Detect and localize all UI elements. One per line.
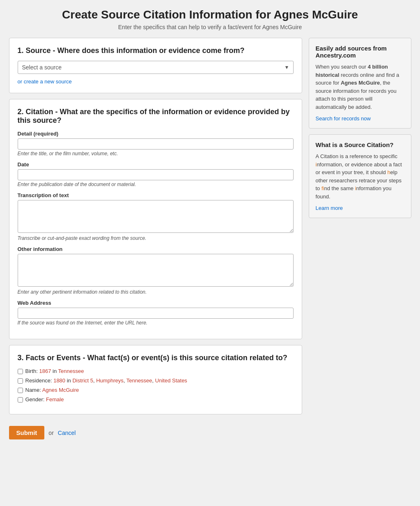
detail-input[interactable] — [18, 138, 294, 150]
other-hint: Enter any other pertinent information re… — [18, 289, 294, 295]
source-select-wrapper: Select a source ▼ — [18, 61, 294, 74]
web-hint: If the source was found on the Internet,… — [18, 320, 294, 326]
facts-section-heading: 3. Facts or Events - What fact(s) or eve… — [18, 354, 294, 362]
cancel-link[interactable]: Cancel — [58, 430, 76, 436]
detail-label: Detail (required) — [18, 131, 294, 137]
web-label: Web Address — [18, 300, 294, 306]
source-section-card: 1. Source - Where does this information … — [9, 38, 302, 93]
source-section-heading: 1. Source - Where does this information … — [18, 46, 294, 55]
page-title: Create Source Citation Information for A… — [8, 8, 412, 21]
transcription-field-group: Transcription of text Transcribe or cut-… — [18, 192, 294, 241]
ancestry-card-title: Easily add sources from Ancestry.com — [316, 45, 404, 59]
other-label: Other information — [18, 246, 294, 252]
ancestry-sidebar-card: Easily add sources from Ancestry.com Whe… — [309, 38, 411, 129]
detail-field-group: Detail (required) Enter the title, or th… — [18, 131, 294, 156]
web-field-group: Web Address If the source was found on t… — [18, 300, 294, 326]
source-select[interactable]: Select a source — [18, 61, 294, 74]
search-records-link[interactable]: Search for records now — [316, 115, 371, 122]
checkbox-name: Name: Agnes McGuire — [18, 387, 294, 393]
checkbox-gender-label[interactable]: Gender: Female — [25, 396, 64, 402]
checkbox-birth-label[interactable]: Birth: 1867 in Tennessee — [25, 368, 84, 374]
checkbox-residence-input[interactable] — [18, 378, 23, 384]
checkbox-birth-input[interactable] — [18, 369, 23, 374]
checkbox-gender-input[interactable] — [18, 397, 23, 402]
transcription-hint: Transcribe or cut-and-paste exact wordin… — [18, 235, 294, 241]
checkbox-residence-label[interactable]: Residence: 1880 in District 5, Humphreys… — [25, 377, 187, 384]
checkbox-name-label[interactable]: Name: Agnes McGuire — [25, 387, 79, 393]
date-label: Date — [18, 161, 294, 168]
date-hint: Enter the publication date of the docume… — [18, 182, 294, 187]
submit-area: Submit or Cancel — [9, 426, 302, 439]
create-source-link[interactable]: or create a new source — [18, 78, 72, 85]
or-separator: or — [48, 430, 53, 436]
citation-section-heading: 2. Citation - What are the specifics of … — [18, 108, 294, 125]
transcription-textarea[interactable] — [18, 200, 294, 233]
checkbox-name-input[interactable] — [18, 388, 23, 393]
learn-more-link[interactable]: Learn more — [316, 205, 343, 211]
facts-section-card: 3. Facts or Events - What fact(s) or eve… — [9, 345, 302, 414]
citation-section-card: 2. Citation - What are the specifics of … — [9, 99, 302, 339]
detail-hint: Enter the title, or the film number, vol… — [18, 151, 294, 156]
checkbox-birth: Birth: 1867 in Tennessee — [18, 368, 294, 374]
ancestry-card-text: When you search our 4 billion historical… — [316, 63, 404, 111]
web-input[interactable] — [18, 308, 294, 319]
right-column: Easily add sources from Ancestry.com Whe… — [309, 38, 411, 218]
date-field-group: Date Enter the publication date of the d… — [18, 161, 294, 187]
other-textarea[interactable] — [18, 254, 294, 287]
citation-sidebar-card: What is a Source Citation? A Citation is… — [309, 134, 411, 218]
date-input[interactable] — [18, 169, 294, 180]
submit-button[interactable]: Submit — [9, 426, 45, 439]
other-field-group: Other information Enter any other pertin… — [18, 246, 294, 295]
checkbox-gender: Gender: Female — [18, 396, 294, 402]
page-subtitle: Enter the specifics that can help to ver… — [8, 24, 412, 30]
transcription-label: Transcription of text — [18, 192, 294, 198]
checkbox-residence: Residence: 1880 in District 5, Humphreys… — [18, 377, 294, 384]
left-column: 1. Source - Where does this information … — [9, 38, 302, 439]
citation-card-title: What is a Source Citation? — [316, 141, 404, 148]
citation-card-text: A Citation is a reference to specific in… — [316, 152, 404, 200]
